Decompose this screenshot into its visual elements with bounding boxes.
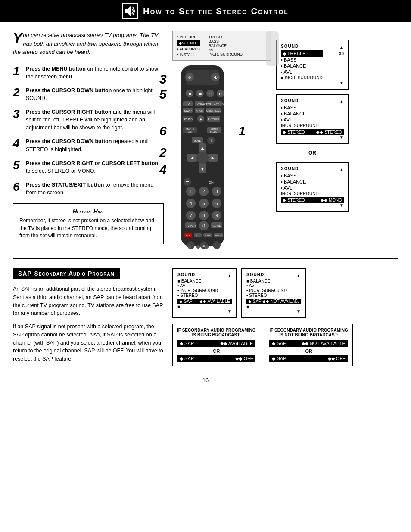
step-number-1: 1 — [13, 65, 22, 77]
svg-text:◄: ◄ — [190, 155, 195, 160]
svg-text:4: 4 — [190, 201, 192, 206]
svg-text:2: 2 — [202, 189, 205, 194]
sap-menu-not-available: SOUND ▲ ■ BALANCE • AVL • INCR. SURROUND… — [241, 268, 306, 318]
remote-diagram: 3 5 6 2 4 1 ⏻ — [172, 63, 233, 250]
svg-text:⏺: ⏺ — [187, 75, 192, 80]
step-text-3: Press the CURSOR RIGHT button and the me… — [26, 108, 164, 131]
step-4: 4 Press the CURSOR DOWN button repeatedl… — [13, 137, 164, 153]
step-overlay-6: 6 — [159, 124, 167, 138]
menu-overlay-treble: SOUND ▲ ◆ TREBLE • BASS • BALANCE • AVL … — [276, 40, 349, 90]
step-5: 5 Press the CURSOR RIGHT or CURSOR LEFT … — [13, 159, 164, 175]
step-overlay-2: 2 — [159, 145, 167, 160]
svg-text:▼: ▼ — [200, 166, 205, 171]
speaker-icon — [122, 3, 138, 19]
svg-text:⏸: ⏸ — [209, 92, 212, 96]
right-column: • PICTURE ◆SOUND • FEATURES • INSTALL TR… — [172, 31, 398, 250]
svg-rect-0 — [125, 9, 128, 13]
svg-marker-1 — [128, 6, 131, 16]
step-overlay-5: 5 — [159, 87, 167, 102]
sap-right: SOUND ▲ ■ BALANCE • AVL • INCR. SURROUND… — [172, 268, 398, 368]
svg-text:1: 1 — [190, 189, 192, 194]
svg-text:►: ► — [211, 155, 215, 160]
hint-box: Helpful Hint Remember, if stereo is not … — [13, 203, 164, 244]
svg-text:SWAP: SWAP — [184, 109, 191, 112]
sap-not-broadcast-box: IF SECONDARY AUDIO PROGRAMINGIS NOT BEIN… — [265, 324, 352, 366]
step-number-2: 2 — [13, 87, 22, 99]
svg-text:8: 8 — [202, 213, 205, 218]
step-text-2: Press the CURSOR DOWN button once to hig… — [26, 87, 164, 102]
step-text-6: Press the STATUS/EXIT button to remove t… — [26, 181, 164, 196]
svg-text:◉: ◉ — [202, 244, 205, 247]
svg-text:5: 5 — [202, 201, 205, 206]
drop-cap: Y — [13, 31, 22, 45]
remote-svg: ⏻ ⏺ ⏮ ⏹ ⏸ ⏭ — [172, 63, 233, 249]
svg-text:▲: ▲ — [200, 146, 205, 151]
sap-broadcast-box: IF SECONDARY AUDIO PROGRAMINGIS BEING BR… — [172, 324, 260, 366]
sap-paragraph-2: If an SAP signal is not present with a s… — [13, 323, 164, 363]
step-1: 1 Press the MENU button on the remote co… — [13, 65, 164, 81]
step-text-4: Press the CURSOR DOWN button repeatedly … — [26, 137, 164, 153]
hint-text: Remember, if stereo is not present on a … — [19, 217, 157, 240]
svg-point-96 — [205, 245, 209, 249]
svg-text:SLEEP: SLEEP — [205, 235, 211, 237]
svg-text:CTRL FREEZE: CTRL FREEZE — [206, 109, 221, 112]
svg-text:MUTE: MUTE — [194, 140, 201, 142]
svg-text:⏮: ⏮ — [188, 92, 192, 96]
step-number-3: 3 — [13, 108, 22, 120]
sap-menus-row: SOUND ▲ ■ BALANCE • AVL • INCR. SURROUND… — [172, 268, 398, 318]
step-overlay-3: 3 — [159, 72, 167, 87]
step-3: 3 Press the CURSOR RIGHT button and the … — [13, 108, 164, 131]
svg-text:SOUND: SOUND — [183, 118, 193, 121]
svg-text:9: 9 — [215, 213, 218, 218]
sap-paragraph-1: An SAP is an additional part of the ster… — [13, 285, 164, 317]
svg-text:VCR: VCR — [197, 103, 202, 106]
svg-text:PIP CH.: PIP CH. — [196, 109, 203, 112]
step-overlay-1: 1 — [238, 124, 246, 138]
step-text-1: Press the MENU button on the remote cont… — [26, 65, 164, 81]
step-2: 2 Press the CURSOR DOWN button once to h… — [13, 87, 164, 102]
menu-overlay-mono: SOUND ▲ • BASS • BALANCE • AVL INCR. SUR… — [276, 162, 349, 212]
svg-text:6: 6 — [215, 201, 218, 206]
svg-text:PROG.LIT: PROG.LIT — [215, 235, 223, 237]
svg-text:⏭: ⏭ — [219, 92, 223, 96]
svg-text:TV: TV — [186, 103, 190, 106]
svg-text:+: + — [209, 137, 212, 143]
svg-text:CC: CC — [196, 234, 199, 237]
svg-text:RED: RED — [186, 234, 191, 237]
sap-menu-available: SOUND ▲ ■ BALANCE • AVL • INCR. SURROUND… — [172, 268, 237, 318]
svg-text:0: 0 — [202, 224, 205, 228]
svg-text:3: 3 — [215, 189, 218, 194]
page-header: How to Set the Stereo Control — [0, 0, 411, 22]
sap-left: SAP-Secondary Audio Program An SAP is an… — [13, 268, 164, 368]
step-number-4: 4 — [13, 137, 22, 149]
svg-point-94 — [188, 245, 191, 249]
svg-text:ACC: ACC — [214, 103, 220, 106]
svg-text:⏻: ⏻ — [214, 76, 218, 80]
intro-text: You can receive broadcast stereo TV prog… — [13, 31, 164, 56]
svg-text:EXIT: EXIT — [187, 131, 192, 133]
sap-title: SAP-Secondary Audio Program — [13, 268, 120, 279]
page-title: How to Set the Stereo Control — [143, 6, 289, 16]
steps-list: 1 Press the MENU button on the remote co… — [13, 65, 164, 197]
svg-text:7: 7 — [190, 213, 192, 218]
svg-text:TV/VCR: TV/VCR — [186, 224, 196, 227]
svg-text:⏹: ⏹ — [198, 92, 202, 96]
step-6: 6 Press the STATUS/EXIT button to remove… — [13, 181, 164, 196]
step-overlay-4: 4 — [159, 162, 167, 177]
svg-text:SELECT: SELECT — [210, 131, 218, 133]
section-divider — [13, 258, 398, 259]
sap-section: SAP-Secondary Audio Program An SAP is an… — [13, 268, 398, 368]
left-column: You can receive broadcast stereo TV prog… — [13, 31, 164, 250]
step-number-5: 5 — [13, 159, 22, 171]
step-text-5: Press the CURSOR RIGHT or CURSOR LEFT bu… — [26, 159, 164, 175]
svg-text:−: − — [186, 178, 189, 185]
svg-text:●: ● — [199, 117, 202, 121]
svg-text:GUIDE: GUIDE — [212, 224, 221, 227]
page-number: 16 — [13, 377, 398, 388]
main-menu-box: • PICTURE ◆SOUND • FEATURES • INSTALL TR… — [172, 31, 271, 61]
svg-point-95 — [196, 245, 200, 249]
svg-point-54 — [196, 152, 209, 164]
menu-overlay-stereo: SOUND ▲ • BASS • BALANCE • AVL INCR. SUR… — [276, 94, 349, 144]
svg-text:PICTURE: PICTURE — [208, 118, 219, 121]
hint-title: Helpful Hint — [19, 208, 157, 215]
